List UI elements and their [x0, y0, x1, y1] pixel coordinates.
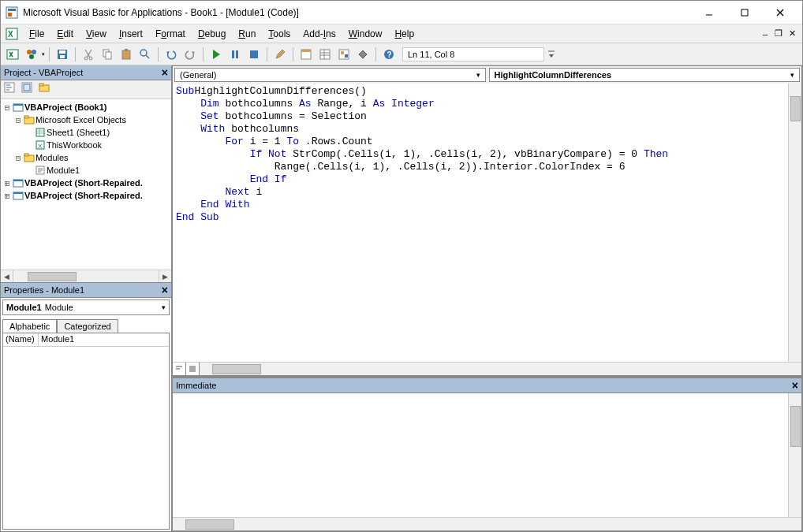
- project-panel-header: Project - VBAProject ×: [1, 65, 171, 80]
- project-icon: [12, 102, 24, 113]
- object-browser-icon[interactable]: [335, 46, 353, 63]
- menu-tools[interactable]: Tools: [262, 26, 297, 42]
- menu-window[interactable]: Window: [342, 26, 389, 42]
- svg-text:X: X: [8, 30, 13, 39]
- immediate-vscroll[interactable]: [788, 393, 801, 517]
- procedure-combo[interactable]: HighlightColumnDifferences▾: [489, 68, 801, 82]
- tree-sheet1[interactable]: Sheet1 (Sheet1): [47, 128, 110, 137]
- properties-object-combo[interactable]: Module1 Module ▾: [2, 299, 170, 315]
- menu-file[interactable]: File: [23, 26, 50, 42]
- tab-categorized[interactable]: Categorized: [57, 319, 118, 333]
- svg-point-10: [27, 50, 32, 54]
- mdi-close-button[interactable]: ✕: [786, 28, 797, 39]
- immediate-textarea[interactable]: [173, 393, 788, 517]
- svg-point-16: [84, 57, 88, 60]
- svg-rect-4: [741, 9, 748, 16]
- window-close-button[interactable]: [762, 4, 797, 21]
- folder-icon: [23, 152, 35, 163]
- chevron-down-icon: ▾: [162, 303, 166, 311]
- svg-rect-34: [341, 51, 344, 54]
- object-combo[interactable]: (General)▾: [174, 68, 486, 82]
- svg-point-12: [29, 54, 34, 59]
- tree-project-book1[interactable]: VBAProject (Book1): [24, 102, 107, 112]
- mdi-minimize-button[interactable]: –: [760, 28, 771, 39]
- paste-icon[interactable]: [118, 46, 135, 63]
- menu-run[interactable]: Run: [232, 26, 262, 42]
- full-module-view-button[interactable]: [186, 363, 200, 375]
- svg-rect-28: [301, 50, 311, 52]
- code-window: (General)▾ HighlightColumnDifferences▾ S…: [173, 66, 801, 375]
- view-code-icon[interactable]: [4, 82, 20, 98]
- mdi-restore-button[interactable]: ❐: [773, 28, 784, 39]
- break-icon[interactable]: [226, 46, 244, 63]
- project-tree[interactable]: ⊟VBAProject (Book1) ⊟Microsoft Excel Obj…: [1, 99, 171, 270]
- svg-text:X: X: [38, 143, 43, 150]
- svg-rect-14: [59, 50, 65, 54]
- save-icon[interactable]: [54, 46, 71, 63]
- properties-panel-title: Properties - Module1: [4, 285, 84, 295]
- project-toolbar: [1, 80, 171, 99]
- design-mode-icon[interactable]: [271, 46, 289, 63]
- svg-point-17: [89, 57, 92, 60]
- window-maximize-button[interactable]: [726, 4, 762, 21]
- tree-module1[interactable]: Module1: [47, 166, 80, 175]
- immediate-panel-close-button[interactable]: ×: [792, 379, 798, 392]
- svg-rect-48: [13, 104, 23, 106]
- window-minimize-button[interactable]: [691, 4, 726, 21]
- insert-dropdown-icon[interactable]: [23, 46, 40, 63]
- properties-panel-close-button[interactable]: ×: [162, 284, 168, 296]
- cut-icon[interactable]: [80, 46, 97, 63]
- undo-icon[interactable]: [162, 46, 180, 63]
- svg-rect-35: [345, 54, 348, 58]
- tree-project-3[interactable]: VBAProject (Short-Repaired.: [24, 191, 143, 200]
- code-editor-textarea[interactable]: SubHighlightColumnDifferences() Dim both…: [173, 84, 788, 362]
- procedure-view-button[interactable]: [173, 363, 186, 375]
- tree-thisworkbook[interactable]: ThisWorkbook: [47, 140, 102, 150]
- tree-modules[interactable]: Modules: [35, 153, 69, 162]
- menu-debug[interactable]: Debug: [192, 26, 232, 42]
- project-explorer-icon[interactable]: [297, 46, 315, 63]
- properties-panel-header: Properties - Module1 ×: [1, 283, 171, 298]
- tree-excel-objects[interactable]: Microsoft Excel Objects: [35, 115, 126, 125]
- menu-edit[interactable]: Edit: [50, 26, 80, 42]
- find-icon[interactable]: [136, 46, 154, 63]
- toggle-folders-icon[interactable]: [39, 82, 54, 98]
- svg-point-22: [140, 50, 147, 56]
- title-bar: Microsoft Visual Basic for Applications …: [1, 1, 802, 24]
- cursor-position-status: Ln 11, Col 8: [402, 47, 544, 61]
- menu-format[interactable]: Format: [149, 26, 192, 42]
- code-vscroll[interactable]: [788, 84, 801, 362]
- svg-rect-66: [13, 192, 23, 194]
- run-icon[interactable]: [207, 46, 225, 63]
- toolbox-icon[interactable]: [354, 46, 372, 63]
- property-value-cell[interactable]: Module1: [39, 333, 169, 347]
- view-object-icon[interactable]: [21, 82, 37, 98]
- properties-window-icon[interactable]: [316, 46, 334, 63]
- toolbar-dropdown-icon[interactable]: [546, 46, 557, 63]
- project-tree-hscroll[interactable]: ◀▶: [1, 270, 171, 282]
- project-panel-close-button[interactable]: ×: [162, 66, 168, 79]
- svg-rect-2: [8, 13, 12, 17]
- help-icon[interactable]: ?: [380, 46, 398, 63]
- menu-view[interactable]: View: [80, 26, 113, 42]
- reset-icon[interactable]: [245, 46, 263, 63]
- copy-icon[interactable]: [99, 46, 116, 63]
- tab-alphabetic[interactable]: Alphabetic: [2, 319, 57, 333]
- redo-icon[interactable]: [181, 46, 199, 63]
- excel-mdi-icon[interactable]: X: [6, 28, 18, 40]
- code-hscroll[interactable]: [200, 363, 801, 375]
- view-excel-icon[interactable]: [4, 46, 21, 63]
- menu-add-ins[interactable]: Add-Ins: [297, 26, 342, 42]
- svg-rect-19: [106, 52, 111, 59]
- property-name-cell: (Name): [3, 333, 39, 347]
- menu-insert[interactable]: Insert: [113, 26, 149, 42]
- immediate-hscroll[interactable]: [173, 518, 801, 530]
- standard-toolbar: ▾ ? Ln 11, Col 8: [1, 43, 802, 65]
- tree-project-2[interactable]: VBAProject (Short-Repaired.: [24, 178, 143, 188]
- project-icon: [12, 177, 24, 188]
- menu-bar: X FileEditViewInsertFormatDebugRunToolsA…: [1, 24, 802, 43]
- menu-help[interactable]: Help: [388, 26, 420, 42]
- project-icon: [12, 190, 24, 201]
- immediate-panel-header: Immediate ×: [173, 378, 801, 393]
- properties-grid[interactable]: (Name) Module1: [2, 333, 170, 530]
